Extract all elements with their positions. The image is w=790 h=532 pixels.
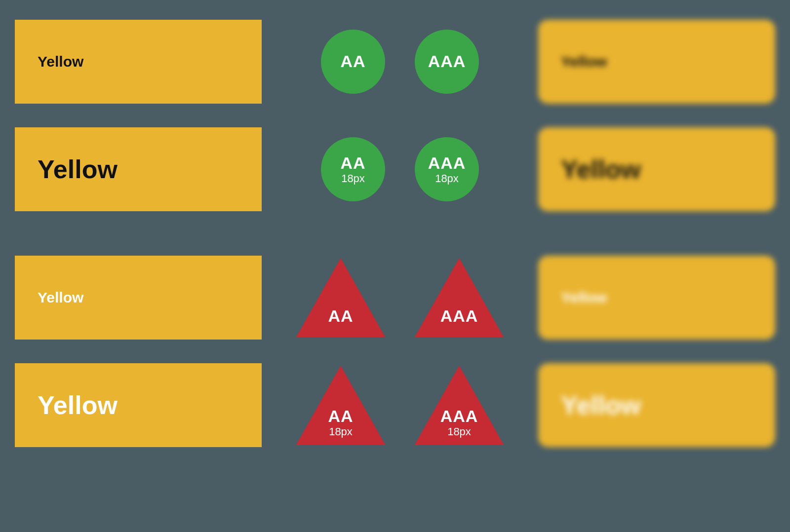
contrast-row: YellowAAAAAYellow — [15, 256, 775, 340]
contrast-table: YellowAAAAAYellowYellowAA18pxAAA18pxYell… — [15, 20, 775, 447]
wcag-level-label: AAA — [428, 52, 466, 71]
wcag-aa-badge: AA18px — [296, 366, 385, 445]
wcag-badges: AA18pxAAA18px — [262, 137, 538, 201]
blurred-preview: Yellow — [538, 256, 775, 340]
wcag-level-label: AA — [340, 154, 365, 172]
wcag-aa-badge: AA18px — [321, 137, 385, 201]
wcag-level-label: AA — [328, 407, 353, 425]
svg-marker-1 — [415, 258, 504, 337]
wcag-level-label: AA — [328, 307, 353, 325]
swatch-label: Yellow — [38, 289, 83, 306]
contrast-row: YellowAA18pxAAA18pxYellow — [15, 127, 775, 211]
color-swatch: Yellow — [15, 127, 262, 211]
wcag-level-label: AA — [340, 52, 365, 71]
swatch-label: Yellow — [38, 154, 118, 184]
wcag-size-label: 18px — [435, 173, 459, 185]
wcag-aaa-badge: AAA — [415, 258, 504, 337]
wcag-level-label: AAA — [440, 307, 478, 325]
swatch-label: Yellow — [38, 390, 118, 420]
blurred-preview: Yellow — [538, 363, 775, 447]
color-swatch: Yellow — [15, 20, 262, 104]
wcag-size-label: 18px — [329, 426, 353, 438]
preview-label: Yellow — [561, 289, 607, 306]
wcag-aaa-badge: AAA18px — [415, 137, 479, 201]
wcag-size-label: 18px — [447, 426, 471, 438]
blurred-preview: Yellow — [538, 127, 775, 211]
wcag-aa-badge: AA — [296, 258, 385, 337]
svg-marker-0 — [296, 258, 385, 337]
wcag-level-label: AAA — [440, 407, 478, 425]
contrast-row: YellowAAAAAYellow — [15, 20, 775, 104]
preview-label: Yellow — [561, 53, 607, 70]
wcag-aaa-badge: AAA18px — [415, 366, 504, 445]
wcag-aa-badge: AA — [321, 30, 385, 94]
wcag-badges: AA18pxAAA18px — [262, 366, 538, 445]
blurred-preview: Yellow — [538, 20, 775, 104]
contrast-row: YellowAA18pxAAA18pxYellow — [15, 363, 775, 447]
swatch-label: Yellow — [38, 53, 83, 70]
warning-triangle-icon — [415, 258, 504, 337]
wcag-badges: AAAAA — [262, 258, 538, 337]
wcag-level-label: AAA — [428, 154, 466, 172]
color-swatch: Yellow — [15, 363, 262, 447]
warning-triangle-icon — [296, 258, 385, 337]
preview-label: Yellow — [561, 154, 641, 184]
wcag-aaa-badge: AAA — [415, 30, 479, 94]
wcag-badges: AAAAA — [262, 30, 538, 94]
color-swatch: Yellow — [15, 256, 262, 340]
wcag-size-label: 18px — [341, 173, 365, 185]
preview-label: Yellow — [561, 390, 641, 420]
